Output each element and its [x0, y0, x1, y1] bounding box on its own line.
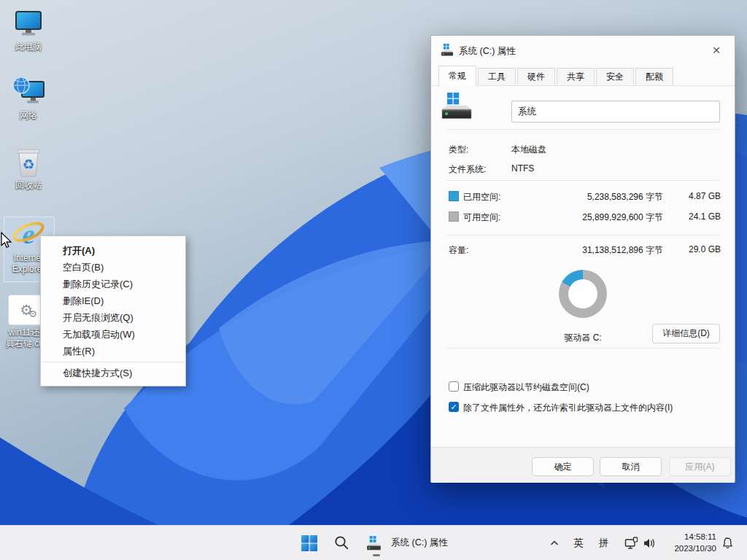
tab-hardware[interactable]: 硬件: [517, 68, 555, 85]
desktop-icon-network[interactable]: 网络: [0, 76, 57, 121]
tab-general[interactable]: 常规: [438, 66, 476, 86]
this-pc-icon: [0, 7, 57, 39]
index-checkbox-label[interactable]: 除了文件属性外，还允许索引此驱动器上文件的内容(I): [463, 402, 673, 414]
tab-quota[interactable]: 配额: [635, 68, 673, 85]
tab-security[interactable]: 安全: [596, 68, 634, 85]
mouse-cursor: [0, 232, 15, 252]
compress-checkbox[interactable]: [449, 381, 459, 392]
properties-dialog: 系统 (C:) 属性 × 常规 工具 硬件 共享 安全 配额: [430, 35, 735, 482]
capacity-label: 容量:: [449, 244, 468, 256]
hard-drive-icon-large: [440, 93, 473, 125]
used-space-label: 已用空间:: [463, 191, 500, 203]
free-space-label: 可用空间:: [463, 211, 500, 224]
used-space-swatch: [449, 191, 459, 201]
menu-item-inprivate[interactable]: 开启无痕浏览(Q): [41, 309, 185, 326]
tray-time: 14:58:11: [671, 532, 716, 543]
menu-item-delete-history[interactable]: 删除历史记录(C): [41, 276, 185, 292]
tray-notifications[interactable]: [721, 526, 734, 560]
divider: [447, 129, 720, 130]
menu-separator: [42, 362, 185, 362]
menu-item-create-shortcut[interactable]: 创建快捷方式(S): [41, 365, 185, 381]
divider: [447, 348, 720, 349]
windows-logo-icon: [301, 534, 318, 552]
network-icon: [0, 76, 57, 108]
desktop-icon-label: 此电脑: [0, 42, 57, 52]
general-tab-page: 系统 类型: 本地磁盘 文件系统: NTFS 已用空间: 5,238,583,2…: [431, 36, 735, 481]
taskbar: 系统 (C:) 属性 英 拼: [0, 525, 747, 560]
tray-chevron-up[interactable]: [549, 526, 560, 560]
used-space-size: 4.87 GB: [672, 191, 721, 201]
tray-lang-en[interactable]: 英: [573, 526, 584, 560]
divider: [447, 180, 720, 181]
filesystem-label: 文件系统:: [449, 163, 486, 175]
taskbar-app-label: 系统 (C:) 属性: [391, 537, 448, 549]
taskbar-app-system-properties[interactable]: 系统 (C:) 属性: [366, 526, 448, 560]
menu-item-no-addons[interactable]: 无加载项启动(W): [41, 326, 185, 343]
free-space-size: 24.1 GB: [672, 211, 721, 222]
recycle-bin-icon: ♻: [0, 146, 57, 178]
svg-text:♻: ♻: [22, 156, 34, 172]
details-button[interactable]: 详细信息(D): [652, 324, 720, 343]
dialog-tabs: 常规 工具 硬件 共享 安全 配额: [438, 66, 675, 85]
cancel-button[interactable]: 取消: [600, 457, 662, 476]
menu-item-blank-page[interactable]: 空白页(B): [41, 259, 185, 276]
desktop-icon-label: 网络: [0, 110, 57, 121]
magnifier-icon: [334, 535, 349, 551]
search-button[interactable]: [334, 526, 349, 560]
compress-checkbox-label[interactable]: 压缩此驱动器以节约磁盘空间(C): [463, 381, 589, 394]
disk-usage-donut: [559, 270, 607, 318]
desktop-icon-recycle-bin[interactable]: ♻ 回收站: [0, 146, 57, 191]
menu-item-open[interactable]: 打开(A): [41, 242, 185, 259]
menu-item-properties[interactable]: 属性(R): [41, 343, 185, 359]
tab-sharing[interactable]: 共享: [557, 68, 595, 85]
free-space-bytes: 25,899,929,600 字节: [541, 211, 663, 224]
tray-date: 2023/10/30: [671, 543, 716, 555]
free-space-swatch: [449, 211, 459, 222]
ethernet-monitor-icon: [624, 537, 638, 550]
desktop-icon-this-pc[interactable]: 此电脑: [0, 7, 57, 52]
donut-hole: [568, 279, 597, 308]
desktop-icon-label: 回收站: [0, 180, 57, 191]
menu-item-delete-ie[interactable]: 删除IE(D): [41, 292, 185, 309]
speaker-icon: [643, 537, 657, 549]
apply-button: 应用(A): [669, 457, 731, 476]
type-label: 类型:: [449, 144, 468, 155]
divider: [447, 235, 720, 236]
filesystem-value: NTFS: [511, 163, 534, 175]
dialog-footer: 确定 取消 应用(A): [431, 447, 735, 483]
chevron-up-icon: [549, 539, 560, 548]
drive-caption: 驱动器 C:: [526, 332, 640, 344]
running-app-indicator: [373, 554, 380, 556]
tray-network[interactable]: [624, 526, 638, 560]
ie-context-menu: 打开(A) 空白页(B) 删除历史记录(C) 删除IE(D) 开启无痕浏览(Q)…: [40, 236, 186, 386]
type-value: 本地磁盘: [511, 144, 546, 155]
tab-tools[interactable]: 工具: [478, 68, 516, 85]
tray-clock[interactable]: 14:58:11 2023/10/30: [671, 526, 716, 560]
gear-icon: ⚙: [28, 309, 37, 319]
start-button[interactable]: [301, 526, 318, 560]
hard-drive-icon: [366, 536, 382, 551]
capacity-bytes: 31,138,512,896 字节: [541, 244, 663, 257]
notification-bell-icon: [721, 537, 734, 550]
screen: 此电脑 网络 ♻ 回收站: [0, 0, 747, 560]
tray-volume[interactable]: [643, 526, 657, 560]
ok-button[interactable]: 确定: [532, 457, 594, 476]
index-checkbox[interactable]: ✓: [449, 402, 459, 412]
volume-label-input[interactable]: 系统: [511, 101, 720, 122]
tray-lang-pinyin[interactable]: 拼: [599, 526, 609, 560]
used-space-bytes: 5,238,583,296 字节: [541, 191, 663, 203]
capacity-size: 29.0 GB: [672, 244, 721, 254]
